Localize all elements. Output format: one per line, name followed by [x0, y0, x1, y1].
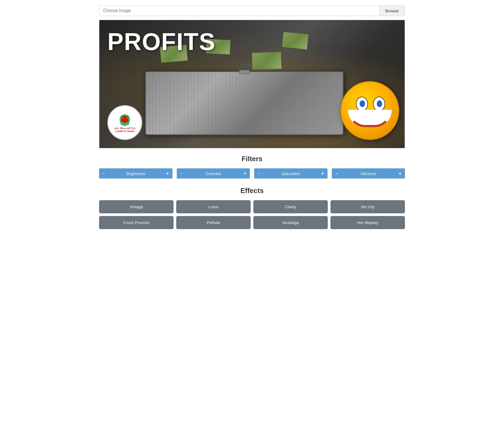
contrast-control: - Contrast +: [177, 168, 250, 179]
pinhole-button[interactable]: Pinhole: [176, 216, 251, 229]
money-stack-3: [252, 52, 282, 70]
her-majstey-button[interactable]: Her Majstey: [330, 216, 405, 229]
sin-city-button[interactable]: Sin City: [330, 200, 405, 213]
saturation-label: Saturation: [264, 168, 318, 179]
saturation-minus-button[interactable]: -: [254, 168, 264, 179]
brightness-control: - Brightness +: [99, 168, 172, 179]
filters-title: Filters: [99, 155, 405, 163]
logo-text: మన తెలుగువారికోసంLEARN TO TRADE: [115, 127, 135, 132]
vibrance-label: Vibrance: [341, 168, 396, 179]
contrast-label: Contrast: [186, 168, 240, 179]
brightness-plus-button[interactable]: +: [163, 168, 172, 179]
smiley-pupil-left: [360, 100, 365, 107]
briefcase: [145, 71, 344, 135]
filters-row: - Brightness + - Contrast + - Saturation…: [99, 168, 405, 179]
saturation-control: - Saturation +: [254, 168, 328, 179]
smiley-face: [340, 81, 399, 140]
effects-title: Effects: [99, 187, 405, 195]
effects-grid: Vintage Lomo Clarity Sin City Cross Proc…: [99, 200, 405, 229]
file-input[interactable]: [99, 6, 379, 16]
svg-point-2: [123, 116, 127, 119]
contrast-minus-button[interactable]: -: [177, 168, 186, 179]
smiley-eye-right: [373, 97, 385, 111]
brightness-label: Brightness: [109, 168, 163, 179]
briefcase-lines: [146, 72, 343, 134]
cross-process-button[interactable]: Cross Process: [99, 216, 174, 229]
money-stack-4: [282, 32, 309, 50]
smiley-pupil-right: [377, 100, 382, 107]
browse-button[interactable]: Browse: [379, 6, 405, 16]
vibrance-minus-button[interactable]: -: [332, 168, 341, 179]
image-overlay-text: PROFITS: [107, 28, 216, 56]
vintage-button[interactable]: Vintage: [99, 200, 174, 213]
smiley-mouth: [348, 110, 392, 127]
logo-svg: [115, 113, 134, 127]
image-display: PROFITS: [99, 20, 405, 148]
logo-circle: మన తెలుగువారికోసంLEARN TO TRADE: [107, 105, 142, 140]
saturation-plus-button[interactable]: +: [318, 168, 328, 179]
lomo-button[interactable]: Lomo: [176, 200, 251, 213]
vibrance-control: - Vibrance +: [332, 168, 405, 179]
vibrance-plus-button[interactable]: +: [395, 168, 405, 179]
nostalgia-button[interactable]: Nostaliga: [253, 216, 328, 229]
smiley-eye-left: [356, 97, 368, 111]
contrast-plus-button[interactable]: +: [240, 168, 250, 179]
clarity-button[interactable]: Clarity: [253, 200, 328, 213]
brightness-minus-button[interactable]: -: [99, 168, 109, 179]
file-input-row: Browse: [99, 5, 405, 16]
briefcase-latch: [239, 70, 250, 74]
